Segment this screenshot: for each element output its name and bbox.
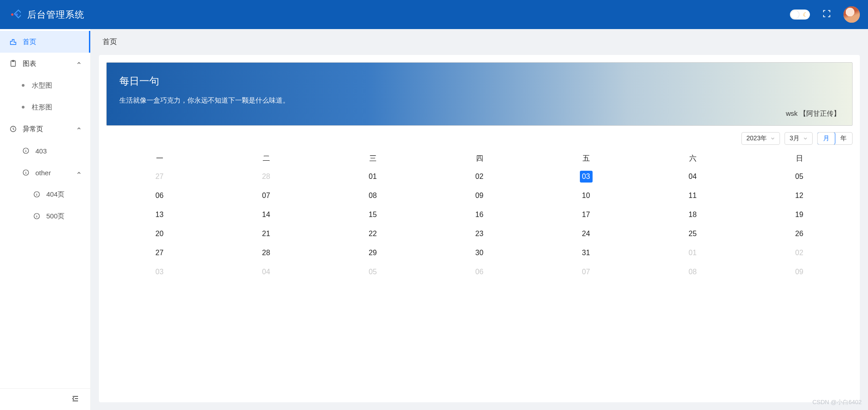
calendar-day-cell[interactable]: 04: [213, 262, 319, 282]
calendar-day-cell[interactable]: 31: [533, 243, 639, 262]
calendar-day-cell[interactable]: 21: [213, 224, 319, 243]
sidebar-item-home[interactable]: 首页: [0, 31, 90, 53]
calendar-day-cell[interactable]: 07: [213, 186, 319, 205]
calendar-day-cell[interactable]: 12: [746, 186, 853, 205]
info-icon: [33, 190, 41, 198]
collapse-icon[interactable]: [71, 395, 79, 405]
calendar-day-cell[interactable]: 06: [426, 262, 533, 282]
calendar-grid: 一二三四五六日 27280102030405060708091011121314…: [106, 151, 853, 282]
calendar-weekday: 一: [106, 151, 213, 167]
calendar-day-cell[interactable]: 13: [106, 205, 213, 224]
calendar-week-row: 03040506070809: [106, 262, 853, 282]
quote-banner: 每日一句 生活就像一盒巧克力，你永远不知道下一颗是什么味道。 wsk 【阿甘正传…: [106, 62, 853, 126]
sidebar-item-403[interactable]: 403: [0, 140, 90, 162]
calendar-day-number: 20: [153, 228, 166, 240]
calendar-day-number: 30: [473, 247, 486, 259]
calendar-day-number: 08: [367, 190, 379, 202]
calendar-day-cell[interactable]: 16: [426, 205, 533, 224]
calendar-day-cell[interactable]: 15: [319, 205, 426, 224]
logo-icon: [8, 8, 21, 21]
chevron-down-icon: [770, 135, 775, 142]
clipboard-icon: [9, 59, 17, 68]
quote-attribution: wsk 【阿甘正传】: [786, 109, 840, 118]
calendar-day-number: 22: [367, 228, 379, 240]
app-header: 后台管理系统 ☾: [0, 0, 868, 29]
calendar-day-cell[interactable]: 09: [426, 186, 533, 205]
mode-month-button[interactable]: 月: [817, 132, 835, 145]
calendar-day-cell[interactable]: 18: [639, 205, 746, 224]
mode-year-button[interactable]: 年: [835, 133, 852, 144]
month-select[interactable]: 3月: [785, 132, 813, 145]
calendar-day-cell[interactable]: 05: [746, 167, 853, 186]
calendar-day-number: 21: [260, 228, 273, 240]
calendar-day-cell[interactable]: 28: [213, 243, 319, 262]
calendar-day-cell[interactable]: 02: [746, 243, 853, 262]
sidebar-item-other[interactable]: other: [0, 162, 90, 183]
breadcrumb-item[interactable]: 首页: [103, 38, 117, 45]
calendar-day-cell[interactable]: 28: [213, 167, 319, 186]
calendar-day-cell[interactable]: 20: [106, 224, 213, 243]
calendar-day-cell[interactable]: 27: [106, 167, 213, 186]
calendar-day-cell[interactable]: 17: [533, 205, 639, 224]
sidebar-item-500[interactable]: 500页: [0, 205, 90, 227]
calendar-day-cell[interactable]: 10: [533, 186, 639, 205]
sidebar-item-water-chart[interactable]: 水型图: [0, 74, 90, 96]
sidebar-item-label: other: [35, 169, 51, 177]
content-card: 每日一句 生活就像一盒巧克力，你永远不知道下一颗是什么味道。 wsk 【阿甘正传…: [99, 55, 860, 402]
avatar[interactable]: [843, 6, 860, 23]
calendar-controls: 2023年 3月 月 年: [106, 132, 853, 145]
calendar-day-number: 07: [580, 266, 593, 278]
year-select[interactable]: 2023年: [741, 132, 780, 145]
calendar-day-number: 01: [367, 171, 379, 183]
app-title: 后台管理系统: [27, 9, 84, 21]
calendar-day-cell[interactable]: 09: [746, 262, 853, 282]
calendar-weekday: 四: [426, 151, 533, 167]
calendar-day-cell[interactable]: 29: [319, 243, 426, 262]
calendar-day-cell[interactable]: 03: [106, 262, 213, 282]
calendar-day-cell[interactable]: 01: [639, 243, 746, 262]
sidebar-item-404[interactable]: 404页: [0, 183, 90, 205]
calendar-day-cell[interactable]: 26: [746, 224, 853, 243]
calendar-day-cell[interactable]: 14: [213, 205, 319, 224]
calendar-day-cell[interactable]: 11: [639, 186, 746, 205]
sidebar-item-errors[interactable]: 异常页: [0, 118, 90, 140]
sidebar-item-charts[interactable]: 图表: [0, 53, 90, 74]
chevron-down-icon: [803, 135, 808, 142]
calendar-day-cell[interactable]: 25: [639, 224, 746, 243]
calendar-day-number: 08: [687, 266, 699, 278]
calendar-day-cell[interactable]: 24: [533, 224, 639, 243]
calendar-day-number: 13: [153, 209, 166, 221]
header-left: 后台管理系统: [8, 8, 84, 21]
calendar-day-cell[interactable]: 07: [533, 262, 639, 282]
calendar-day-cell[interactable]: 05: [319, 262, 426, 282]
calendar-day-number: 27: [153, 171, 166, 183]
calendar-day-cell[interactable]: 08: [319, 186, 426, 205]
info-icon: [33, 212, 41, 220]
calendar-day-cell[interactable]: 04: [639, 167, 746, 186]
calendar-day-cell[interactable]: 27: [106, 243, 213, 262]
calendar-header-row: 一二三四五六日: [106, 151, 853, 167]
theme-toggle[interactable]: ☾: [790, 10, 810, 20]
fullscreen-icon[interactable]: [823, 10, 831, 20]
calendar-day-number: 11: [687, 190, 699, 202]
sidebar-item-label: 水型图: [32, 81, 52, 90]
calendar-day-cell[interactable]: 23: [426, 224, 533, 243]
moon-icon: ☾: [803, 11, 808, 18]
calendar-day-cell[interactable]: 01: [319, 167, 426, 186]
calendar-day-cell[interactable]: 08: [639, 262, 746, 282]
calendar-day-cell[interactable]: 19: [746, 205, 853, 224]
calendar-day-number: 24: [580, 228, 593, 240]
chevron-up-icon: [77, 60, 81, 67]
calendar-week-row: 27282930310102: [106, 243, 853, 262]
calendar-day-cell[interactable]: 22: [319, 224, 426, 243]
calendar-day-cell[interactable]: 02: [426, 167, 533, 186]
calendar-day-cell[interactable]: 03: [533, 167, 639, 186]
sidebar-item-bar-chart[interactable]: 柱形图: [0, 96, 90, 118]
calendar-day-number: 02: [473, 171, 486, 183]
calendar-day-cell[interactable]: 06: [106, 186, 213, 205]
calendar-weekday: 日: [746, 151, 853, 167]
sidebar-item-label: 404页: [46, 190, 64, 199]
calendar-day-cell[interactable]: 30: [426, 243, 533, 262]
calendar-day-number: 15: [367, 209, 379, 221]
bullet-icon: [22, 106, 25, 109]
